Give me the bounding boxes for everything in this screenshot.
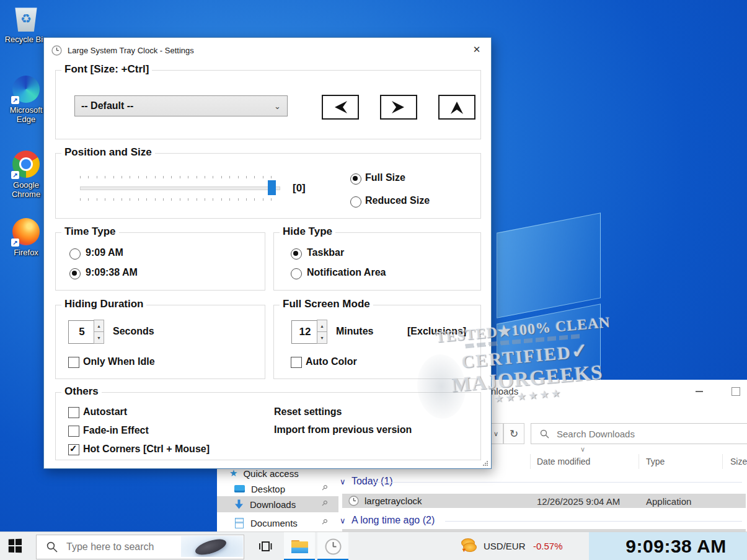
checkbox-fade-in-effect[interactable] <box>68 426 79 437</box>
taskbar-file-explorer-button[interactable] <box>284 532 315 560</box>
checkbox-autostart[interactable] <box>68 407 79 418</box>
taskbar-clock-app-button[interactable] <box>317 532 348 560</box>
file-explorer-icon <box>291 540 308 553</box>
explorer-search-input[interactable] <box>555 428 747 440</box>
up-arrow-icon <box>450 99 464 115</box>
radio-time-long[interactable] <box>69 268 81 279</box>
spin-down-button[interactable]: ▼ <box>317 331 327 344</box>
radio-time-short-label[interactable]: 9:09 AM <box>86 247 123 258</box>
checkbox-auto-color[interactable] <box>291 357 302 368</box>
right-arrow-icon <box>391 100 407 114</box>
radio-taskbar[interactable] <box>291 248 302 260</box>
spin-up-button[interactable]: ▲ <box>317 320 327 332</box>
file-name: largetrayclock <box>365 496 422 506</box>
radio-reduced-size[interactable] <box>350 196 361 208</box>
column-separator[interactable] <box>639 454 639 469</box>
slider-thumb[interactable] <box>268 180 276 195</box>
search-highlight-image[interactable] <box>181 536 243 557</box>
resize-grip[interactable] <box>482 460 488 466</box>
position-slider[interactable] <box>80 176 280 201</box>
font-combobox[interactable]: -- Default -- ⌄ <box>74 95 288 116</box>
reset-settings-link[interactable]: Reset settings <box>274 406 342 418</box>
recycle-bin-icon: ♻ <box>14 5 38 32</box>
sidebar-item-label: Desktop <box>251 484 285 494</box>
time-type-group: Time Type 9:09 AM 9:09:38 AM <box>55 232 265 291</box>
group-header-label: A long time ago (2) <box>351 515 435 525</box>
sidebar-item-label: Downloads <box>250 499 296 510</box>
spin-down-button[interactable]: ▼ <box>94 331 104 344</box>
radio-full-size-label[interactable]: Full Size <box>365 172 405 183</box>
pin-icon <box>321 484 328 491</box>
shortcut-arrow-icon: ↗ <box>11 171 19 179</box>
spin-up-icon: ▲ <box>320 324 324 328</box>
tray-clock-panel[interactable]: 9:09:38 AM <box>589 532 747 560</box>
start-icon <box>15 539 22 545</box>
taskbar: ▼ USD/EUR -0.57% 9:09:38 AM <box>0 532 747 560</box>
spin-up-button[interactable]: ▲ <box>94 320 104 332</box>
radio-reduced-size-label[interactable]: Reduced Size <box>365 195 430 206</box>
search-icon <box>46 541 58 553</box>
minimize-button[interactable] <box>696 391 703 392</box>
file-date-modified: 12/26/2025 9:04 AM <box>537 496 620 507</box>
checkbox-only-when-idle[interactable] <box>68 357 79 368</box>
minutes-spinner-value[interactable]: 12 <box>291 320 319 344</box>
column-header-date-modified[interactable]: Date modified <box>537 457 590 466</box>
start-button[interactable] <box>9 539 24 554</box>
explorer-search-box[interactable] <box>531 423 747 444</box>
task-view-button[interactable] <box>252 532 279 560</box>
radio-time-long-label[interactable]: 9:09:38 AM <box>86 267 138 278</box>
pin-icon <box>321 518 328 525</box>
radio-notification-area-label[interactable]: Notification Area <box>307 267 386 278</box>
dialog-title-bar[interactable]: Large System Tray Clock - Settings <box>44 38 491 63</box>
radio-notification-area[interactable] <box>291 268 302 279</box>
seconds-spinner-value[interactable]: 5 <box>68 320 95 344</box>
minutes-label: Minutes <box>336 326 373 337</box>
checkbox-fade-in-effect-label[interactable]: Fade-in Effect <box>83 425 149 436</box>
checkbox-autostart-label[interactable]: Autostart <box>83 406 127 418</box>
column-header-type[interactable]: Type <box>646 457 665 466</box>
group-header-today[interactable]: ∨ Today (1) <box>340 476 393 487</box>
desktop-icon-label: Google Chrome <box>4 180 48 199</box>
ticker-pair[interactable]: USD/EUR <box>484 541 526 551</box>
radio-taskbar-label[interactable]: Taskbar <box>307 247 344 258</box>
slider-track[interactable] <box>80 186 280 190</box>
others-group: Others Autostart Fade-in Effect Hot Corn… <box>55 392 481 460</box>
ticker-change[interactable]: -0.57% <box>533 541 563 551</box>
documents-icon <box>235 518 244 528</box>
clock-app-icon <box>325 538 342 555</box>
move-left-button[interactable] <box>322 95 359 120</box>
checkbox-auto-color-label[interactable]: Auto Color <box>306 356 357 367</box>
slider-ticks-bottom <box>80 198 276 201</box>
sidebar-item-documents[interactable]: Documents <box>217 515 338 531</box>
sidebar-item-desktop[interactable]: Desktop <box>217 481 338 497</box>
column-separator[interactable] <box>530 454 531 469</box>
radio-time-short[interactable] <box>69 248 81 260</box>
move-up-button[interactable] <box>438 95 475 120</box>
shortcut-arrow-icon: ↗ <box>11 96 19 104</box>
screen: ♻ Recycle Bin ↗ Microsoft Edge ↗ Google … <box>0 0 747 560</box>
shortcut-arrow-icon: ↗ <box>11 238 19 247</box>
close-button[interactable]: ✕ <box>467 42 486 58</box>
refresh-button[interactable]: ↻ <box>503 423 524 444</box>
spin-up-icon: ▲ <box>97 324 101 328</box>
group-divider <box>373 482 742 483</box>
full-screen-mode-legend: Full Screen Mode <box>280 298 373 310</box>
sidebar-item-downloads[interactable]: Downloads <box>217 496 338 512</box>
currency-ticker-icon[interactable]: ▼ <box>460 537 477 556</box>
radio-full-size[interactable] <box>350 173 361 185</box>
group-header-long-time-ago[interactable]: ∨ A long time ago (2) <box>340 515 435 526</box>
font-group: Font [Size: +Ctrl] -- Default -- ⌄ <box>55 70 481 139</box>
exclusions-link[interactable]: [Exclusions] <box>407 326 466 337</box>
move-right-button[interactable] <box>380 95 417 120</box>
column-header-size[interactable]: Size <box>730 457 747 466</box>
checkbox-hot-corners-label[interactable]: Hot Corners [Ctrl + Mouse] <box>83 444 210 455</box>
start-icon <box>9 539 14 545</box>
sort-chevron-icon: ∨ <box>580 445 585 453</box>
import-previous-version-link[interactable]: Import from previous version <box>274 424 412 435</box>
checkbox-only-when-idle-label[interactable]: Only When Idle <box>83 356 155 367</box>
taskbar-search-box[interactable] <box>36 535 244 559</box>
column-separator[interactable] <box>722 454 723 469</box>
maximize-button[interactable] <box>732 387 740 396</box>
spin-down-icon: ▼ <box>97 336 101 340</box>
checkbox-hot-corners[interactable] <box>68 444 79 455</box>
